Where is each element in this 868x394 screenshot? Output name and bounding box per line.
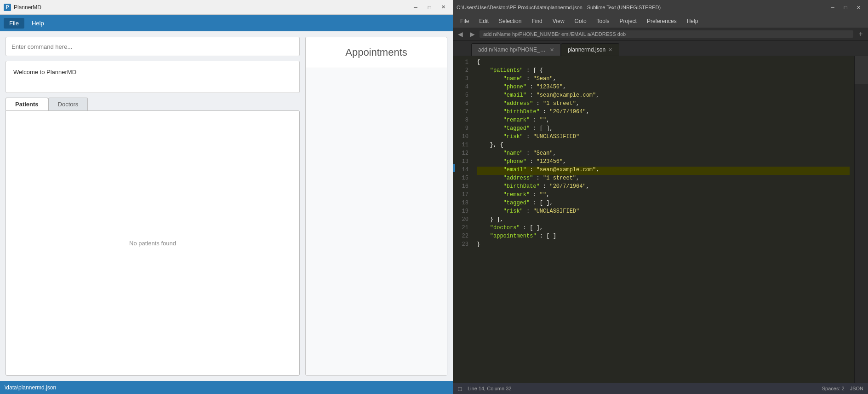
code-line-14: "email" : "sean@example.com", bbox=[477, 167, 850, 175]
line-num-10: 10 bbox=[456, 133, 472, 142]
code-line-21: "doctors" : [ ], bbox=[477, 225, 850, 233]
sublime-menu-preferences[interactable]: Preferences bbox=[642, 17, 681, 26]
nav-forward[interactable]: ▶ bbox=[468, 29, 477, 39]
app-icon: P bbox=[4, 4, 11, 11]
code-line-19: "risk" : "UNCLASSIFIED" bbox=[477, 208, 850, 216]
code-line-17: "remark" : "", bbox=[477, 191, 850, 200]
planner-statusbar: \data\plannermd.json bbox=[0, 381, 453, 394]
code-line-16: "birthDate" : "20/7/1964", bbox=[477, 183, 850, 191]
line-num-20: 20 bbox=[456, 216, 472, 225]
command-input[interactable] bbox=[6, 37, 300, 56]
minimize-button[interactable]: ─ bbox=[410, 3, 422, 12]
sublime-menu-selection[interactable]: Selection bbox=[494, 17, 526, 26]
line-num-13: 13 bbox=[456, 158, 472, 167]
line-num-1: 1 bbox=[456, 59, 472, 67]
code-line-10: "risk" : "UNCLASSIFIED" bbox=[477, 133, 850, 142]
line-num-8: 8 bbox=[456, 117, 472, 125]
sublime-menu-project[interactable]: Project bbox=[615, 17, 641, 26]
sublime-close[interactable]: ✕ bbox=[852, 3, 864, 12]
cursor-icon: ▢ bbox=[457, 386, 462, 392]
planner-titlebar: P PlannerMD ─ □ ✕ bbox=[0, 0, 453, 15]
code-line-23: } bbox=[477, 241, 850, 249]
code-line-3: "name" : "Sean", bbox=[477, 75, 850, 84]
tab-content-patients: No patients found bbox=[6, 110, 300, 376]
sublime-maximize[interactable]: □ bbox=[839, 3, 851, 12]
sublime-window-controls: ─ □ ✕ bbox=[827, 3, 864, 12]
code-line-8: "remark" : "", bbox=[477, 117, 850, 125]
welcome-text: Welcome to PlannerMD bbox=[13, 69, 76, 75]
status-position: Line 14, Column 32 bbox=[468, 386, 511, 392]
line-num-21: 21 bbox=[456, 225, 472, 233]
tab-close-1[interactable]: ✕ bbox=[608, 47, 612, 53]
sublime-menu-view[interactable]: View bbox=[548, 17, 569, 26]
tab-close-0[interactable]: ✕ bbox=[550, 47, 554, 53]
code-line-15: "address" : "1 street", bbox=[477, 175, 850, 183]
line-num-7: 7 bbox=[456, 109, 472, 117]
code-line-9: "tagged" : [ ], bbox=[477, 125, 850, 133]
code-line-11: }, { bbox=[477, 142, 850, 150]
sublime-minimize[interactable]: ─ bbox=[827, 3, 839, 12]
sublime-tab-0[interactable]: add n/Name hp/PHONE_NUMBEr emi/EMAIL a/A… bbox=[471, 43, 561, 56]
tabs-header: Patients Doctors bbox=[6, 98, 300, 110]
line-num-11: 11 bbox=[456, 142, 472, 150]
line-num-22: 22 bbox=[456, 233, 472, 241]
status-filetype: JSON bbox=[850, 386, 863, 391]
line-num-6: 6 bbox=[456, 100, 472, 109]
close-button[interactable]: ✕ bbox=[437, 3, 449, 12]
code-area[interactable]: { "patients" : [ { "name" : "Sean", "pho… bbox=[472, 56, 854, 383]
sublime-menu-goto[interactable]: Goto bbox=[570, 17, 591, 26]
line-num-4: 4 bbox=[456, 84, 472, 92]
code-line-1: { bbox=[477, 59, 850, 67]
code-line-6: "address" : "1 street", bbox=[477, 100, 850, 109]
code-line-22: "appointments" : [ ] bbox=[477, 233, 850, 241]
status-path: \data\plannermd.json bbox=[5, 384, 56, 391]
sublime-minimap bbox=[854, 56, 868, 383]
line-num-15: 15 bbox=[456, 175, 472, 183]
sublime-navbar: ◀ ▶ add n/Name hp/PHONE_NUMBEr emi/EMAIL… bbox=[453, 28, 868, 41]
planner-menubar: File Help bbox=[0, 15, 453, 31]
tabs-container: Patients Doctors No patients found bbox=[6, 98, 300, 376]
code-line-13: "phone" : "123456", bbox=[477, 158, 850, 167]
code-line-12: "name" : "Sean", bbox=[477, 150, 850, 158]
line-num-19: 19 bbox=[456, 208, 472, 216]
line-num-18: 18 bbox=[456, 200, 472, 208]
nav-back[interactable]: ◀ bbox=[456, 29, 465, 39]
sublime-menubar: File Edit Selection Find View Goto Tools… bbox=[453, 15, 868, 28]
line-num-9: 9 bbox=[456, 125, 472, 133]
sublime-menu-edit[interactable]: Edit bbox=[474, 17, 493, 26]
maximize-button[interactable]: □ bbox=[423, 3, 435, 12]
window-controls: ─ □ ✕ bbox=[410, 3, 449, 12]
sublime-titlebar: C:\Users\User\Desktop\PE Product\data\pl… bbox=[453, 0, 868, 15]
nav-path: add n/Name hp/PHONE_NUMBEr emi/EMAIL a/A… bbox=[480, 30, 853, 38]
tab-label-1: plannermd.json bbox=[568, 46, 605, 53]
line-num-17: 17 bbox=[456, 191, 472, 200]
tab-patients[interactable]: Patients bbox=[6, 98, 48, 110]
appointments-title: Appointments bbox=[306, 37, 447, 68]
line-num-16: 16 bbox=[456, 183, 472, 191]
menu-file[interactable]: File bbox=[4, 18, 24, 29]
sublime-menu-find[interactable]: Find bbox=[527, 17, 547, 26]
app-title: PlannerMD bbox=[14, 4, 41, 11]
sublime-statusbar: ▢ Line 14, Column 32 Spaces: 2 JSON bbox=[453, 383, 868, 394]
line-num-23: 23 bbox=[456, 241, 472, 249]
appointments-body bbox=[306, 68, 447, 375]
code-line-20: } ], bbox=[477, 216, 850, 225]
new-tab-button[interactable]: + bbox=[856, 29, 865, 39]
menu-help[interactable]: Help bbox=[26, 18, 50, 29]
sublime-menu-help[interactable]: Help bbox=[682, 17, 703, 26]
code-line-2: "patients" : [ { bbox=[477, 67, 850, 75]
welcome-box: Welcome to PlannerMD bbox=[6, 61, 300, 93]
empty-patients-message: No patients found bbox=[129, 240, 176, 247]
tab-doctors[interactable]: Doctors bbox=[48, 98, 88, 110]
code-line-18: "tagged" : [ ], bbox=[477, 200, 850, 208]
sublime-tabbar: add n/Name hp/PHONE_NUMBEr emi/EMAIL a/A… bbox=[453, 41, 868, 56]
sublime-tab-1[interactable]: plannermd.json ✕ bbox=[561, 43, 619, 56]
sublime-menu-tools[interactable]: Tools bbox=[592, 17, 614, 26]
sublime-menu-file[interactable]: File bbox=[456, 17, 474, 26]
line-num-5: 5 bbox=[456, 92, 472, 100]
code-line-5: "email" : "sean@example.com", bbox=[477, 92, 850, 100]
line-num-3: 3 bbox=[456, 75, 472, 84]
line-numbers: 1234567891011121314151617181920212223 bbox=[456, 56, 472, 383]
code-line-7: "birthDate" : "20/7/1964", bbox=[477, 109, 850, 117]
sublime-title: C:\Users\User\Desktop\PE Product\data\pl… bbox=[457, 5, 661, 10]
